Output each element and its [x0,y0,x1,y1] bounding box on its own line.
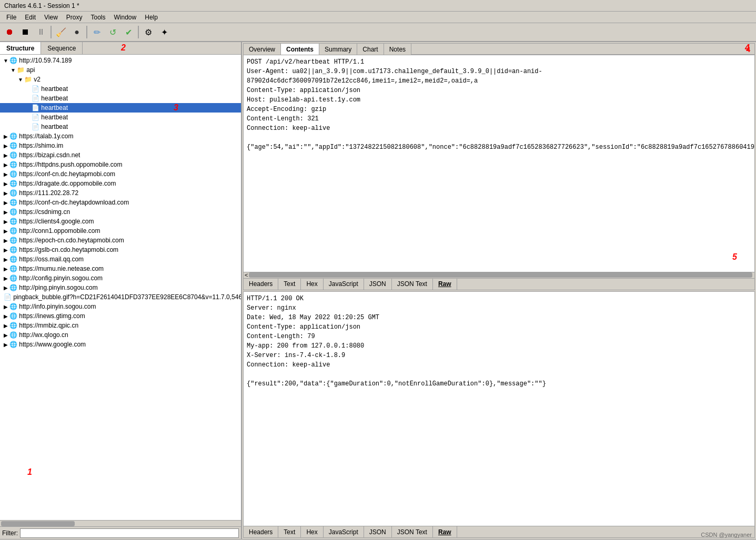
tree-row-conf-cn[interactable]: ▶ 🌐 https://conf-cn.dc.heytapmobi.com [0,169,241,179]
tree-row-inews[interactable]: ▶ 🌐 https://inews.gtimg.com [0,311,241,321]
menu-help[interactable]: Help [140,13,162,22]
tab-summary[interactable]: Summary [319,44,357,55]
req-hscroll-thumb[interactable] [249,272,752,278]
req-bottom-tab-headers[interactable]: Headers [244,279,278,290]
menu-proxy[interactable]: Proxy [62,13,87,22]
expander-conf-cn: ▶ [2,171,9,177]
tree-row-heartbeat-5[interactable]: 📄 heartbeat [0,122,241,131]
tree-node-label: https://conf-cn-dc.heytapdownload.com [19,199,129,206]
expander-inews: ▶ [2,313,9,319]
repeat-btn[interactable]: ↺ [105,25,120,39]
tree-row-httpdns[interactable]: ▶ 🌐 https://httpdns.push.oppomobile.com [0,160,241,169]
req-bottom-tab-jsontext[interactable]: JSON Text [392,279,433,290]
clear-btn[interactable]: 🧹 [54,25,68,39]
tree-row-config-pinyin[interactable]: ▶ 🌐 http://config.pinyin.sogou.com [0,273,241,283]
tree-row-oss[interactable]: ▶ 🌐 https://oss.mail.qq.com [0,254,241,264]
tree-node-label: heartbeat [41,95,68,102]
validate-btn[interactable]: ✔ [121,25,136,39]
tree-row-csdnimg[interactable]: ▶ 🌐 https://csdnimg.cn [0,207,241,217]
pause-btn[interactable]: ⏸ [34,25,48,39]
tree-row-conn1[interactable]: ▶ 🌐 http://conn1.oppomobile.com [0,226,241,236]
file-icon: 📄 [32,95,39,102]
expander-hb3 [24,105,32,111]
left-hscrollbar[interactable] [0,520,241,526]
res-bottom-tab-headers[interactable]: Headers [244,526,278,537]
tree-row-wx-qlogo[interactable]: ▶ 🌐 http://wx.qlogo.cn [0,330,241,340]
stop-btn[interactable]: ⏹ [18,25,33,39]
left-panel: Structure Sequence ▼ 🌐 http://10.59.74.1… [0,42,242,539]
req-bottom-tab-javascript[interactable]: JavaScript [324,279,364,290]
toolbar-sep-1 [51,26,52,38]
tree-node-label: https://mumu.nie.netease.com [19,265,104,272]
tree-row-mmbiz[interactable]: ▶ 🌐 https://mmbiz.qpic.cn [0,321,241,330]
tree-row-shimo[interactable]: ▶ 🌐 https://shimo.im [0,141,241,150]
settings-btn[interactable]: ✦ [157,25,172,39]
tree-row-gslb[interactable]: ▶ 🌐 https://gslb-cn.cdo.heytapmobi.com [0,245,241,254]
expander-google: ▶ [2,342,9,348]
tree-row-mumu[interactable]: ▶ 🌐 https://mumu.nie.netease.com [0,264,241,273]
filter-input[interactable] [20,528,239,538]
tree-area[interactable]: ▼ 🌐 http://10.59.74.189 ▼ 📁 api ▼ 📁 v2 📄… [0,55,241,520]
res-bottom-tab-json[interactable]: JSON [364,526,392,537]
req-bottom-tab-json[interactable]: JSON [364,279,392,290]
tree-row-dragate[interactable]: ▶ 🌐 https://dragate.dc.oppomobile.com [0,179,241,188]
tree-row-google[interactable]: ▶ 🌐 https://www.google.com [0,340,241,349]
tree-node-label: heartbeat [41,114,68,121]
tree-row-heartbeat-1[interactable]: 📄 heartbeat [0,84,241,94]
menu-tools[interactable]: Tools [87,13,110,22]
response-content: HTTP/1.1 200 OK Server: nginx Date: Wed,… [244,292,754,526]
tab-structure[interactable]: Structure [0,42,41,54]
tab-sequence[interactable]: Sequence [41,42,83,54]
req-bottom-tab-hex[interactable]: Hex [301,279,323,290]
tree-row-epoch[interactable]: ▶ 🌐 https://epoch-cn.cdo.heytapmobi.com [0,236,241,245]
tree-row-111[interactable]: ▶ 🌐 https://111.202.28.72 [0,188,241,198]
hscroll-thumb[interactable] [1,521,75,526]
res-bottom-tab-hex[interactable]: Hex [301,526,323,537]
watermark: CSDN @yangyaner [701,532,752,538]
tree-row-heartbeat-4[interactable]: 📄 heartbeat [0,113,241,122]
res-bottom-tab-jsontext[interactable]: JSON Text [392,526,433,537]
tab-overview[interactable]: Overview [244,44,281,55]
tools-btn[interactable]: ⚙ [141,25,156,39]
tree-row-ping-pinyin[interactable]: ▶ 🌐 http://ping.pinyin.sogou.com [0,283,241,292]
tree-row-heartbeat-2[interactable]: 📄 heartbeat [0,94,241,103]
throttle-btn[interactable]: ● [69,25,84,39]
tree-node-label: api [26,66,35,74]
compose-btn[interactable]: ✏ [89,25,104,39]
tree-row-root[interactable]: ▼ 🌐 http://10.59.74.189 [0,56,241,65]
expander-hb2 [24,96,32,101]
record-btn[interactable]: ⏺ [2,25,17,39]
tree-node-label: heartbeat [41,123,68,130]
request-hscrollbar[interactable]: < [244,272,754,278]
tree-row-v2[interactable]: ▼ 📁 v2 [0,75,241,84]
tree-row-google-clients[interactable]: ▶ 🌐 https://clients4.google.com [0,217,241,226]
menu-file[interactable]: File [2,13,21,22]
menu-edit[interactable]: Edit [21,13,40,22]
menu-view[interactable]: View [40,13,62,22]
req-bottom-tab-text[interactable]: Text [278,279,301,290]
res-bottom-tab-raw[interactable]: Raw [433,526,457,537]
tree-row-heytapdl[interactable]: ▶ 🌐 https://conf-cn-dc.heytapdownload.co… [0,198,241,207]
tree-row-pingback[interactable]: 📄 pingback_bubble.gif?h=CD21F2614041DFD3… [0,292,241,302]
tree-row-bizapi[interactable]: ▶ 🌐 https://bizapi.csdn.net [0,150,241,160]
tab-contents[interactable]: Contents [281,44,319,55]
tab-notes[interactable]: Notes [384,44,411,55]
expander-epoch: ▶ [2,238,9,243]
main-layout: Structure Sequence ▼ 🌐 http://10.59.74.1… [0,42,756,539]
tab-chart[interactable]: Chart [357,44,384,55]
tree-row-info-pinyin[interactable]: ▶ 🌐 http://info.pinyin.sogou.com [0,302,241,311]
expander-hb1 [24,86,32,92]
res-bottom-tab-text[interactable]: Text [278,526,301,537]
res-bottom-tab-javascript[interactable]: JavaScript [324,526,364,537]
tree-node-label: v2 [34,76,41,83]
tree-row-talab[interactable]: ▶ 🌐 https://talab.1y.com [0,131,241,141]
expander-mumu: ▶ [2,266,9,272]
tree-row-api[interactable]: ▼ 📁 api [0,65,241,75]
filter-label: Filter: [2,529,18,537]
tree-row-heartbeat-3[interactable]: 📄 heartbeat [0,103,241,113]
expander-conn1: ▶ [2,228,9,234]
req-bottom-tab-raw[interactable]: Raw [433,279,457,290]
tree-node-label: http://ping.pinyin.sogou.com [19,284,97,291]
menu-window[interactable]: Window [110,13,141,22]
response-bottom-tabs: Headers Text Hex JavaScript JSON JSON Te… [244,526,754,537]
